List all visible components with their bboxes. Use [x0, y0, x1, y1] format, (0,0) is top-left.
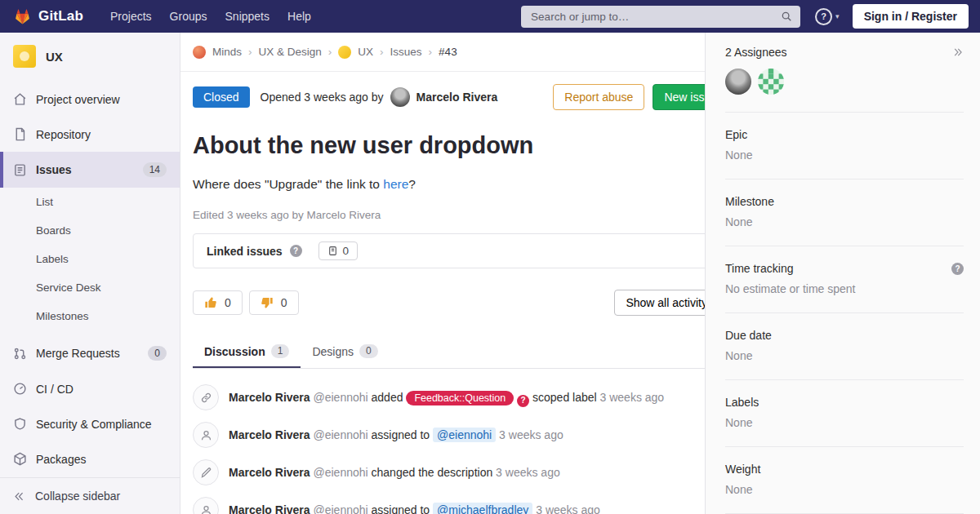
group-avatar-minds[interactable]	[193, 46, 206, 59]
breadcrumb-issue-number[interactable]: #43	[439, 46, 457, 58]
issues-count-badge: 14	[143, 162, 167, 177]
sidebar-item-list[interactable]: List	[0, 188, 180, 216]
note-handle: @eiennohi	[314, 391, 368, 404]
assignee-avatar[interactable]	[725, 69, 751, 95]
thumbs-down-icon	[261, 296, 274, 309]
nav-item-help[interactable]: Help	[278, 2, 320, 31]
author-avatar[interactable]	[390, 87, 410, 107]
breadcrumb-separator-icon: ›	[429, 46, 433, 58]
breadcrumb-ux-design[interactable]: UX & Design	[259, 46, 322, 58]
thumbs-up-button[interactable]: 0	[193, 290, 243, 315]
due-date-section[interactable]: Due date None	[725, 313, 964, 380]
note-timestamp[interactable]: 3 weeks ago	[499, 428, 564, 441]
awards-row: 0 0 Show all activity▾	[193, 290, 728, 316]
issue-doc-icon	[327, 246, 338, 256]
sidebar-item-issues[interactable]: Issues 14	[0, 152, 180, 188]
sidebar-item-ci-cd[interactable]: CI / CD	[0, 371, 180, 406]
pencil-icon	[193, 459, 219, 485]
thumbs-up-icon	[204, 296, 217, 309]
sidebar-item-packages[interactable]: Packages	[0, 441, 180, 476]
tanuki-icon	[13, 7, 32, 26]
user-mention-link[interactable]: @eiennohi	[433, 428, 496, 442]
ci-cd-icon	[13, 382, 27, 396]
note-handle: @eiennohi	[314, 503, 368, 514]
user-mention-link[interactable]: @michaelfbradley	[433, 503, 532, 514]
epic-section[interactable]: Epic None	[725, 113, 964, 179]
weight-section[interactable]: Weight None	[725, 447, 964, 514]
epic-value: None	[725, 148, 964, 162]
sidebar-item-milestones[interactable]: Milestones	[0, 302, 180, 330]
linked-issues-title: Linked issues	[207, 245, 283, 258]
note-author[interactable]: Marcelo Rivera	[229, 428, 310, 441]
sidebar-nav: Project overview Repository Issues 14 Li…	[0, 82, 180, 476]
tab-designs[interactable]: Designs 0	[301, 335, 389, 368]
edited-note: Edited 3 weeks ago by Marcelo Rivera	[193, 209, 728, 221]
collapse-sidebar-button[interactable]: Collapse sidebar	[0, 477, 180, 514]
author-name[interactable]: Marcelo Rivera	[416, 91, 498, 104]
milestone-section[interactable]: Milestone None	[725, 179, 964, 246]
breadcrumb: Minds › UX & Design › UX › Issues › #43	[180, 33, 742, 72]
sidebar-item-project-overview[interactable]: Project overview	[0, 82, 180, 117]
user-icon	[193, 497, 219, 514]
time-tracking-section: Time tracking ? No estimate or time spen…	[725, 246, 964, 313]
sidebar-item-labels[interactable]: Labels	[0, 245, 180, 273]
breadcrumb-minds[interactable]: Minds	[212, 46, 242, 58]
report-abuse-button[interactable]: Report abuse	[553, 84, 644, 110]
status-badge: Closed	[193, 86, 250, 108]
nav-item-projects[interactable]: Projects	[101, 2, 161, 31]
due-date-value: None	[725, 349, 964, 362]
breadcrumb-issues[interactable]: Issues	[390, 46, 422, 58]
scoped-label-help-icon[interactable]: ?	[517, 395, 529, 407]
project-name[interactable]: UX	[46, 50, 63, 64]
milestone-title: Milestone	[725, 195, 964, 208]
note-timestamp[interactable]: 3 weeks ago	[536, 503, 600, 514]
tab-discussion[interactable]: Discussion 1	[193, 335, 301, 368]
gitlab-logo[interactable]: GitLab	[13, 7, 83, 26]
sign-in-button[interactable]: Sign in / Register	[853, 4, 969, 29]
help-dropdown[interactable]: ? ▾	[815, 8, 840, 25]
brand-name: GitLab	[38, 8, 83, 24]
breadcrumb-ux[interactable]: UX	[358, 46, 373, 58]
issue-tabs: Discussion 1 Designs 0	[193, 335, 728, 369]
assignees-section: 2 Assignees	[725, 33, 964, 113]
time-tracking-help-icon[interactable]: ?	[951, 263, 964, 275]
designs-count-badge: 0	[359, 344, 378, 358]
sidebar-item-service-desk[interactable]: Service Desk	[0, 273, 180, 302]
project-avatar-ux[interactable]	[338, 46, 351, 59]
description-link[interactable]: here	[383, 177, 408, 191]
note-author[interactable]: Marcelo Rivera	[229, 391, 310, 404]
collapse-right-sidebar-icon[interactable]	[952, 47, 964, 58]
search-icon[interactable]	[781, 11, 792, 22]
note-timestamp[interactable]: 3 weeks ago	[496, 466, 560, 479]
system-note-description-changed: Marcelo Rivera @eiennohi changed the des…	[193, 459, 728, 485]
sidebar-item-repository[interactable]: Repository	[0, 117, 180, 152]
sidebar-item-merge-requests[interactable]: Merge Requests 0	[0, 335, 180, 371]
assignee-avatar[interactable]	[758, 69, 784, 95]
weight-value: None	[725, 483, 964, 496]
discussion-notes: Marcelo Rivera @eiennohi added Feedback:…	[193, 369, 728, 514]
labels-section[interactable]: Labels None	[725, 380, 964, 447]
time-tracking-title: Time tracking	[725, 262, 794, 275]
system-note-assigned: Marcelo Rivera @eiennohi assigned to @mi…	[193, 497, 728, 514]
scoped-label-pill[interactable]: Feedback::Question	[406, 391, 514, 405]
nav-item-groups[interactable]: Groups	[161, 2, 216, 31]
labels-value: None	[725, 416, 964, 429]
labels-title: Labels	[725, 396, 964, 409]
note-timestamp[interactable]: 3 weeks ago	[600, 391, 665, 404]
nav-item-snippets[interactable]: Snippets	[216, 2, 278, 31]
note-author[interactable]: Marcelo Rivera	[229, 503, 310, 514]
milestone-value: None	[725, 215, 964, 228]
issue-status-row: Closed Opened 3 weeks ago by Marcelo Riv…	[193, 72, 728, 121]
left-sidebar: UX Project overview Repository Issues 14…	[0, 33, 180, 514]
issue-detail: Closed Opened 3 weeks ago by Marcelo Riv…	[180, 72, 742, 514]
linked-issues-count[interactable]: 0	[318, 241, 359, 260]
sidebar-item-boards[interactable]: Boards	[0, 216, 180, 245]
project-avatar[interactable]	[13, 45, 36, 68]
note-author[interactable]: Marcelo Rivera	[229, 466, 310, 479]
issue-right-sidebar: 2 Assignees	[705, 33, 980, 514]
thumbs-down-button[interactable]: 0	[249, 290, 299, 315]
help-question-icon[interactable]: ?	[290, 245, 302, 257]
search-input[interactable]	[529, 10, 774, 24]
sidebar-item-security-compliance[interactable]: Security & Compliance	[0, 406, 180, 441]
system-note-label-added: Marcelo Rivera @eiennohi added Feedback:…	[193, 384, 728, 410]
